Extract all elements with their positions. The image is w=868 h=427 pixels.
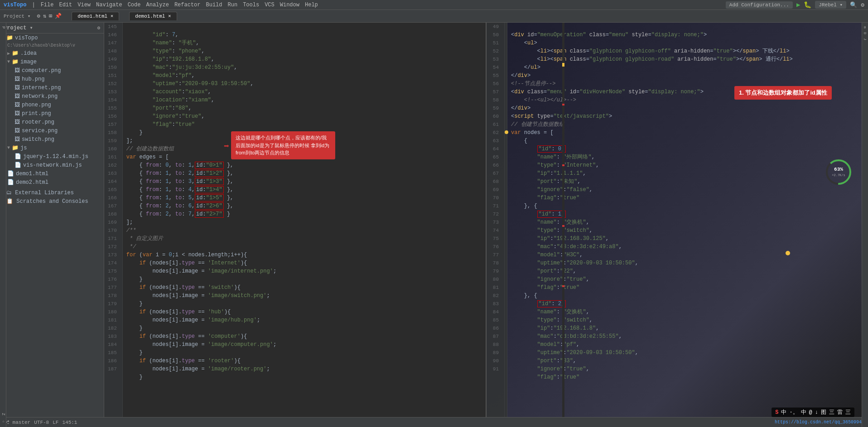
ime-icon2[interactable]: @ <box>809 409 812 416</box>
sidebar-item-image[interactable]: ▼ 📁 image <box>0 58 104 66</box>
file-icon-switch: 🖼 <box>14 136 20 143</box>
expand-icon[interactable]: ⊞ <box>49 13 52 19</box>
sidebar-item-vis-network[interactable]: 📄 vis-network.min.js <box>0 161 104 169</box>
left-icon-bar: P Z ☆ <box>0 23 6 427</box>
left-code-lines: "id": 7, "name": "手机", "type": "phone", … <box>123 23 486 427</box>
line-col: 145:1 <box>62 420 77 425</box>
right-code-content[interactable]: 4950515253 5455565758 5960616263 6465666… <box>487 23 868 427</box>
favorites-icon[interactable]: ☆ <box>1 419 5 423</box>
sidebar-item-hub-png[interactable]: 🖼 hub.png <box>0 75 104 83</box>
sidebar-item-vistopo[interactable]: ▼ 📁 visTopo <box>0 34 104 42</box>
menu-view[interactable]: View <box>77 2 91 8</box>
main-layout: Project ▾ ⚙ ▼ 📁 visTopo C:\Users\zhaoxb\… <box>0 23 868 427</box>
ime-mode: 中 <box>781 408 786 416</box>
sidebar-item-idea[interactable]: ▶ 📁 .idea <box>0 49 104 58</box>
title-bar: Project ▾ ⚙ ⇅ ⊞ 📌 demo1.html × demo1.htm… <box>0 10 868 23</box>
sidebar-gear[interactable]: ⚙ <box>97 25 100 31</box>
tree-label: visTopo <box>15 35 38 41</box>
menu-separator: | <box>32 2 35 8</box>
file-icon-hub: 🖼 <box>14 76 20 82</box>
jrebel-right-icon[interactable]: J <box>863 38 867 40</box>
structure-icon[interactable]: Z <box>1 413 5 415</box>
sidebar-item-external-libraries[interactable]: ▶ 🗂 External Libraries <box>0 188 104 197</box>
run-button[interactable]: ▶ <box>796 1 800 9</box>
folder-icon: 📁 <box>6 34 13 41</box>
menu-file[interactable]: File <box>41 2 54 8</box>
sidebar-item-internet-png[interactable]: 🖼 internet.png <box>0 83 104 92</box>
sidebar-item-phone-png[interactable]: 🖼 phone.png <box>0 101 104 109</box>
menu-analyze[interactable]: Analyze <box>146 2 169 8</box>
ime-indicator: S <box>775 409 778 416</box>
ime-icon5[interactable]: 三 <box>829 408 834 416</box>
editor-area: 145146147148149 150151152153154 15515615… <box>104 23 868 427</box>
js-folder-icon: 📁 <box>12 144 19 151</box>
sidebar-item-demo2[interactable]: 📄 demo2.html <box>0 178 104 187</box>
service-png-label: service.png <box>22 128 58 134</box>
computer-png-label: computer.png <box>22 67 61 74</box>
file-icon-computer: 🖼 <box>14 67 20 74</box>
js-label: js <box>20 145 27 151</box>
sidebar-item-scratches[interactable]: ▶ 📋 Scratches and Consoles <box>0 197 104 206</box>
right-icon-bar: m D J <box>862 23 868 427</box>
sort-icon[interactable]: ⇅ <box>43 13 46 19</box>
database-icon[interactable]: D <box>863 32 867 34</box>
menu-edit[interactable]: Edit <box>59 2 72 8</box>
settings-icon[interactable]: ⚙ <box>861 1 864 9</box>
sidebar-item-rooter-png[interactable]: 🖼 rooter.png <box>0 118 104 126</box>
ime-icon6[interactable]: 雷 <box>837 408 843 416</box>
ime-icon3[interactable]: ↓ <box>815 409 818 416</box>
image-label: image <box>20 59 37 65</box>
left-editor-tab[interactable]: demo1.html × <box>72 12 119 20</box>
pin-icon[interactable]: 📌 <box>55 13 62 19</box>
switch-png-label: switch.png <box>22 136 54 143</box>
print-png-label: print.png <box>22 110 51 117</box>
project-icon[interactable]: P <box>1 26 5 29</box>
menu-run[interactable]: Run <box>228 2 238 8</box>
sidebar-title: Project ▾ <box>4 24 33 31</box>
menu-code[interactable]: Code <box>128 2 141 8</box>
sidebar-item-path[interactable]: C:\Users\zhaoxb\Desktop\v <box>0 42 104 49</box>
menu-help[interactable]: Help <box>305 2 318 8</box>
ime-icon7[interactable]: 三 <box>845 408 851 416</box>
path-label: C:\Users\zhaoxb\Desktop\v <box>7 43 75 48</box>
sidebar-item-network-png[interactable]: 🖼 network.png <box>0 92 104 101</box>
sidebar-item-demo1[interactable]: 📄 demo1.html <box>0 169 104 178</box>
ext-label: 🗂 External Libraries <box>6 189 74 196</box>
left-code-content[interactable]: 145146147148149 150151152153154 15515615… <box>104 23 486 427</box>
sidebar-item-print-png[interactable]: 🖼 print.png <box>0 109 104 118</box>
menu-build[interactable]: Build <box>206 2 222 8</box>
menu-vcs[interactable]: VCS <box>265 2 275 8</box>
jrebel-button[interactable]: JRebel ▾ <box>815 1 846 9</box>
gear-icon[interactable]: ⚙ <box>37 13 40 19</box>
menu-refactor[interactable]: Refactor <box>174 2 201 8</box>
jquery-label: jquery-1.12.4.min.js <box>23 154 88 160</box>
left-scrollbar[interactable] <box>562 23 564 427</box>
git-branch: ⎇ master <box>4 419 30 425</box>
right-line-numbers: 4950515253 5455565758 5960616263 6465666… <box>487 23 505 427</box>
sidebar-item-switch-png[interactable]: 🖼 switch.png <box>0 135 104 144</box>
ime-icon1[interactable]: 中 <box>801 408 806 416</box>
ime-icon4[interactable]: 图 <box>821 408 826 416</box>
app-logo: visTopo <box>4 2 26 8</box>
right-editor-tab[interactable]: demo1.html × <box>129 12 177 20</box>
menu-navigate[interactable]: Navigate <box>96 2 122 8</box>
debug-button[interactable]: 🐛 <box>804 1 811 9</box>
search-icon[interactable]: 🔍 <box>850 1 857 9</box>
file-icon-vis: 📄 <box>14 162 21 168</box>
line-indicator-dot <box>786 251 790 255</box>
sidebar-item-service-png[interactable]: 🖼 service.png <box>0 126 104 135</box>
menu-tools[interactable]: Tools <box>243 2 259 8</box>
left-annotation-text: 这边就是哪个点到哪个点，应该都有的/我后面加的id是为了鼠标悬停的时候 拿到id… <box>236 135 329 155</box>
sidebar-item-jquery[interactable]: 📄 jquery-1.12.4.min.js <box>0 152 104 161</box>
status-bar: ⎇ master UTF-8 LF 145:1 https://blog.csd… <box>0 417 868 427</box>
menu-window[interactable]: Window <box>280 2 299 8</box>
sidebar-item-js[interactable]: ▼ 📁 js <box>0 144 104 152</box>
demo2-label: demo2.html <box>16 179 48 186</box>
tree-arrow-image: ▼ <box>7 59 10 64</box>
left-annotation-box: 这边就是哪个点到哪个点，应该都有的/我后面加的id是为了鼠标悬停的时候 拿到id… <box>231 131 335 159</box>
project-label[interactable]: Project ▾ <box>4 13 30 19</box>
sidebar-item-computer-png[interactable]: 🖼 computer.png <box>0 66 104 75</box>
rooter-png-label: rooter.png <box>22 119 54 125</box>
run-config-button[interactable]: Add Configuration... <box>726 1 793 9</box>
maven-icon[interactable]: m <box>863 26 867 29</box>
